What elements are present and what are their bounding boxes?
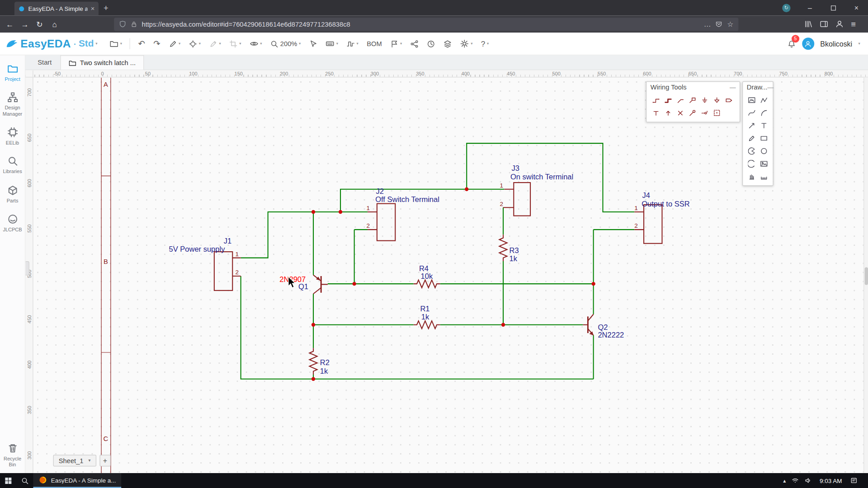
selection-button[interactable] [307, 38, 321, 50]
arc-any-icon[interactable] [745, 157, 758, 170]
plus-5v-icon[interactable] [662, 106, 674, 119]
ellipse-icon[interactable] [758, 145, 770, 157]
sidebar-item-jlcpcb[interactable]: JLCPCB [0, 214, 25, 233]
net-port-icon[interactable] [723, 94, 735, 106]
layers-button[interactable] [441, 38, 455, 50]
layer-flag-button[interactable]: ▾ [387, 38, 405, 50]
bom-button[interactable]: BOM [364, 38, 385, 50]
reload-button[interactable]: ↻ [32, 18, 47, 31]
redo-button[interactable]: ↷ [151, 37, 163, 51]
sheet-tab[interactable]: Sheet_1 ▾ [53, 455, 96, 467]
tab-start[interactable]: Start [30, 55, 59, 70]
new-tab-button[interactable]: + [99, 3, 113, 13]
browser-tab[interactable]: EasyEDA - A Simple and Power... × [14, 2, 99, 16]
voltage-probe-icon[interactable] [686, 106, 698, 119]
no-connect-icon[interactable] [674, 106, 686, 119]
start-button[interactable] [0, 473, 17, 488]
bus-icon[interactable] [662, 94, 674, 106]
vcc-icon[interactable] [650, 106, 662, 119]
wiring-minimize-icon[interactable]: — [730, 84, 736, 91]
sidebars-icon[interactable] [820, 20, 828, 28]
sheet-chevron-down-icon[interactable]: ▾ [89, 458, 91, 463]
clock[interactable]: 9:03 AM [817, 477, 845, 484]
bus-entry-icon[interactable] [674, 94, 686, 106]
tracking-shield-icon[interactable] [119, 20, 126, 28]
text-icon[interactable] [758, 119, 770, 131]
tray-chevron-up-icon[interactable]: ▴ [783, 478, 786, 483]
menu-icon[interactable]: ≡ [851, 19, 856, 29]
easyeda-logo[interactable]: EasyEDA · Std ▾ [5, 38, 97, 50]
group-icon[interactable] [711, 106, 723, 119]
pie-icon[interactable] [745, 145, 758, 157]
chevron-down-icon[interactable]: ▾ [95, 42, 97, 46]
drag-icon[interactable] [745, 170, 758, 183]
view-button[interactable]: ▾ [247, 37, 265, 50]
pencil-icon[interactable] [745, 131, 758, 144]
bookmark-star-icon[interactable]: ☆ [727, 20, 733, 28]
close-button[interactable]: × [845, 0, 868, 15]
sidebar-item-libraries[interactable]: Libraries [0, 156, 25, 175]
action-center-icon[interactable] [850, 477, 858, 484]
url-bar[interactable]: https://easyeda.com/editor#id=7604290618… [114, 18, 738, 31]
tab-close-icon[interactable]: × [91, 5, 95, 12]
scrollbar-thumb[interactable] [865, 267, 868, 285]
forward-button[interactable]: → [17, 18, 32, 31]
arrow-icon[interactable] [745, 119, 758, 131]
library-icon[interactable] [804, 20, 812, 28]
history-button[interactable] [424, 38, 438, 50]
vertical-scrollbar[interactable] [863, 77, 868, 473]
home-button[interactable]: ⌂ [47, 18, 62, 31]
tab-document[interactable]: Two switch latch ... [61, 55, 144, 70]
format-painter-button[interactable]: ▾ [206, 38, 224, 50]
minimize-button[interactable]: – [798, 0, 821, 15]
file-menu-button[interactable]: ▾ [107, 37, 125, 50]
sidebar-collapse-handle[interactable] [25, 261, 29, 276]
undo-button[interactable]: ↶ [135, 37, 148, 51]
username[interactable]: Bkolicoski [820, 40, 852, 48]
sidebar-item-eelib[interactable]: EELib [0, 127, 25, 145]
speaker-icon[interactable] [804, 477, 811, 484]
sidebar-item-design-manager[interactable]: Design Manager [0, 92, 25, 117]
arc-icon[interactable] [758, 106, 770, 119]
draw-minimize-icon[interactable]: — [768, 84, 774, 91]
network-icon[interactable] [792, 477, 799, 484]
net-label-icon[interactable] [686, 94, 698, 106]
sidebar-item-parts[interactable]: Parts [0, 185, 25, 204]
notifications-button[interactable]: 5 [787, 39, 796, 48]
grid-settings-button[interactable]: ▾ [323, 37, 341, 50]
user-menu-chevron-icon[interactable]: ▾ [859, 42, 860, 46]
schematic-canvas[interactable]: A B C [25, 77, 868, 473]
pin-icon[interactable] [698, 106, 711, 119]
back-button[interactable]: ← [2, 18, 17, 31]
ground-signal-icon[interactable] [711, 94, 723, 106]
bezier-icon[interactable] [745, 106, 758, 119]
clip-button[interactable]: ▾ [226, 38, 244, 50]
wire-icon[interactable] [650, 94, 662, 106]
placement-button[interactable]: ▾ [186, 38, 204, 50]
taskbar-app-firefox[interactable]: EasyEDA - A Simple a... [33, 473, 121, 488]
taskbar-search-button[interactable] [17, 473, 33, 488]
image-icon[interactable] [758, 157, 770, 170]
polyline-icon[interactable] [758, 94, 770, 106]
account-icon[interactable] [835, 20, 844, 28]
maximize-button[interactable] [821, 0, 844, 15]
avatar[interactable] [802, 38, 814, 50]
wire-tool-button[interactable]: ▾ [166, 38, 184, 50]
extension-icon[interactable]: ↻ [782, 4, 790, 12]
pocket-icon[interactable] [715, 20, 722, 28]
canvas-attributes-icon[interactable] [745, 94, 758, 106]
rect-icon[interactable] [758, 131, 770, 144]
zoom-button[interactable]: 200%▾ [268, 38, 304, 50]
url-text[interactable]: https://easyeda.com/editor#id=7604290618… [142, 20, 699, 28]
component-labels[interactable]: J1 5V Power supply J2 Off Switch Termina… [169, 164, 689, 375]
dimension-icon[interactable] [758, 170, 770, 183]
share-button[interactable] [408, 38, 422, 50]
simulation-button[interactable]: ▾ [344, 38, 361, 50]
sidebar-item-recycle-bin[interactable]: Recycle Bin [0, 443, 25, 468]
add-sheet-button[interactable]: + [99, 455, 110, 467]
page-actions-icon[interactable]: … [704, 20, 711, 28]
sidebar-item-project[interactable]: Project [0, 63, 25, 82]
ground-icon[interactable] [698, 94, 711, 106]
help-button[interactable]: ?▾ [478, 37, 492, 50]
settings-button[interactable]: ▾ [458, 37, 476, 50]
